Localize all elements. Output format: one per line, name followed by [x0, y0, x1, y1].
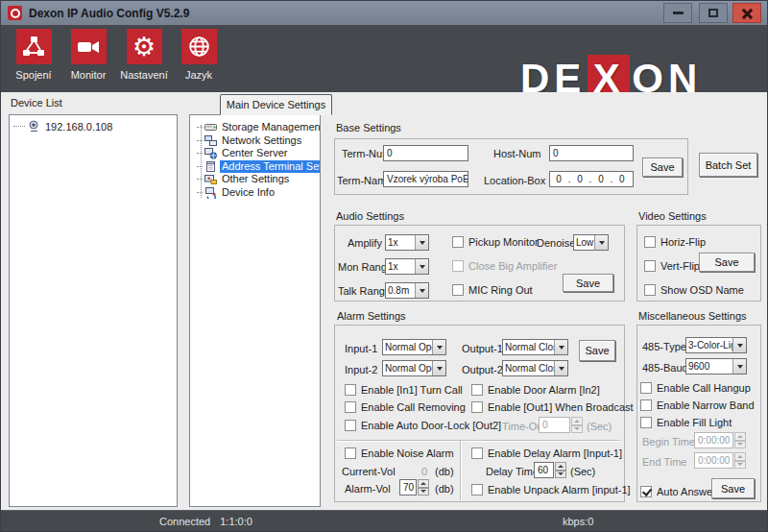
misc-save-button[interactable]: Save: [711, 478, 755, 498]
dropdown-arrow-icon[interactable]: [594, 235, 608, 250]
device-list-item[interactable]: 192.168.0.108: [10, 115, 177, 133]
dropdown-arrow-icon[interactable]: [432, 340, 445, 354]
spin-up-icon: [571, 417, 583, 425]
delay-time-unit: (Sec): [570, 466, 595, 477]
tree-connector: [197, 140, 203, 141]
app-icon: [8, 6, 22, 20]
spin-up-icon[interactable]: [555, 462, 566, 471]
connection-status: Connected 1:1:0:0: [159, 516, 252, 527]
base-save-button[interactable]: Save: [642, 157, 683, 177]
mic-ring-out-checkbox[interactable]: MIC Ring Out: [452, 283, 533, 296]
term-name-field[interactable]: Vzorek výroba PoE + a: [383, 171, 468, 187]
enable-auto-door-lock-checkbox[interactable]: Enable Auto Door-Lock [Out2]: [345, 419, 501, 431]
spin-up-icon[interactable]: [418, 479, 429, 488]
close-button[interactable]: [732, 3, 761, 23]
checkbox-icon: [471, 401, 483, 413]
output2-select[interactable]: Normal Close: [502, 360, 568, 376]
toolbar: Spojení Monitor ⚙ Nastavení Jazyk DE X O…: [1, 25, 767, 92]
client-area: Device List Main Device Settings 192.168…: [1, 92, 767, 510]
enable-fill-light-checkbox[interactable]: Enable Fill Light: [640, 416, 732, 428]
checkbox-icon: [345, 401, 356, 413]
tree-connector: [197, 127, 203, 128]
dropdown-arrow-icon[interactable]: [554, 340, 567, 354]
denoise-select[interactable]: Low: [573, 234, 609, 251]
center-server-icon: [204, 147, 217, 159]
enable-door-alarm-checkbox[interactable]: Enable Door Alarm [In2]: [471, 383, 600, 396]
host-num-field[interactable]: 0: [549, 145, 634, 161]
tree-item-storage-management[interactable]: Storage Management: [190, 121, 320, 134]
485-type-select[interactable]: 3-Color-Light: [685, 337, 747, 353]
checkbox-icon: [452, 284, 464, 296]
dropdown-arrow-icon[interactable]: [554, 361, 567, 375]
tree-item-address-terminal-settings[interactable]: Address Terminal Settings: [190, 160, 320, 174]
spin-down-icon[interactable]: [555, 471, 566, 479]
485-baud-select[interactable]: 9600: [685, 358, 747, 375]
enable-call-removing-checkbox[interactable]: Enable Call Removing: [345, 400, 466, 413]
spin-down-icon[interactable]: [418, 488, 429, 496]
auto-answer-checkbox[interactable]: Auto Answer: [640, 485, 716, 497]
gear-icon: ⚙: [127, 29, 162, 64]
tree-item-label: Other Settings: [220, 173, 320, 185]
alarm-vol-spinner[interactable]: 70: [399, 479, 429, 496]
window-title: Dexon IP Audio Config V5.2.9: [29, 7, 189, 20]
horiz-flip-checkbox[interactable]: Horiz-Flip: [644, 235, 706, 248]
mon-range-select[interactable]: 1x: [385, 258, 429, 275]
location-box-ip-label: Location-Box IP: [484, 175, 559, 186]
enable-narrow-band-checkbox[interactable]: Enable Narrow Band: [640, 399, 755, 411]
enable-delay-alarm-checkbox[interactable]: Enable Delay Alarm [Input-1]: [471, 447, 622, 459]
spin-down-icon: [571, 425, 583, 434]
current-vol-unit: (db): [435, 466, 454, 477]
tree-connector: [197, 153, 203, 154]
enable-unpack-alarm-checkbox[interactable]: Enable Unpack Alarm [input-1]: [471, 483, 631, 496]
tree-item-label: Address Terminal Settings: [220, 160, 320, 173]
checkbox-icon: [644, 236, 656, 248]
tree-item-other-settings[interactable]: Other Settings: [190, 173, 320, 186]
app-window: Dexon IP Audio Config V5.2.9 Spojení Mon…: [0, 0, 768, 532]
alarm-save-button[interactable]: Save: [579, 340, 615, 361]
device-info-icon: [204, 186, 217, 199]
dropdown-arrow-icon[interactable]: [732, 338, 746, 352]
term-num-field[interactable]: 0: [383, 145, 468, 161]
audio-settings-title: Audio Settings: [336, 210, 404, 222]
output1-select[interactable]: Normal Close: [502, 339, 568, 355]
maximize-button[interactable]: [699, 3, 728, 23]
input2-select[interactable]: Normal Open: [382, 360, 446, 376]
spinner-buttons[interactable]: [418, 479, 429, 496]
vert-flip-checkbox[interactable]: Vert-Flip: [644, 259, 700, 272]
checkbox-icon: [345, 384, 356, 396]
tree-item-device-info[interactable]: Device Info: [190, 186, 320, 200]
talk-range-select[interactable]: 0.8m: [385, 282, 429, 299]
amplify-select[interactable]: 1x: [385, 234, 429, 251]
tab-main-device-settings[interactable]: Main Device Settings: [220, 94, 332, 115]
minimize-button[interactable]: [663, 3, 692, 23]
dropdown-arrow-icon[interactable]: [415, 235, 428, 250]
spin-down-icon: [734, 461, 746, 470]
tree-item-center-server[interactable]: Center Server: [190, 147, 320, 160]
spinner-buttons[interactable]: [555, 462, 566, 478]
dropdown-arrow-icon[interactable]: [432, 361, 445, 375]
enable-call-hangup-checkbox[interactable]: Enable Call Hangup: [640, 381, 751, 394]
checkbox-icon: [452, 236, 464, 248]
batch-set-button[interactable]: Batch Set: [699, 153, 757, 177]
dropdown-arrow-icon[interactable]: [415, 283, 428, 298]
location-box-ip-field[interactable]: 0 . 0 . 0 . 0: [549, 171, 634, 187]
maximize-icon: [708, 9, 718, 17]
checkbox-icon: [471, 484, 483, 496]
spinner-buttons: [734, 452, 746, 469]
input1-select[interactable]: Normal Open: [382, 339, 446, 355]
pickup-monitor-checkbox[interactable]: Pickup Monitor: [452, 235, 539, 248]
tree-item-network-settings[interactable]: Network Settings: [190, 134, 320, 148]
show-osd-name-checkbox[interactable]: Show OSD Name: [644, 283, 744, 296]
dropdown-arrow-icon[interactable]: [732, 359, 746, 374]
dropdown-arrow-icon[interactable]: [415, 259, 428, 274]
toolbar-button-language[interactable]: Jazyk: [165, 29, 232, 81]
enable-out1-when-broadcast-checkbox[interactable]: Enable [Out1] When Broadcast: [471, 400, 634, 413]
delay-time-spinner[interactable]: 60: [534, 462, 566, 478]
video-save-button[interactable]: Save: [699, 253, 755, 272]
spinner-buttons: [734, 432, 746, 448]
time-out-spinner: 0: [539, 417, 583, 433]
checkbox-icon: [640, 399, 652, 411]
audio-save-button[interactable]: Save: [563, 274, 613, 292]
enable-noise-alarm-checkbox[interactable]: Enable Noise Alarm: [345, 447, 454, 459]
enable-in1-turn-call-checkbox[interactable]: Enable [In1] Turn Call: [345, 383, 463, 396]
